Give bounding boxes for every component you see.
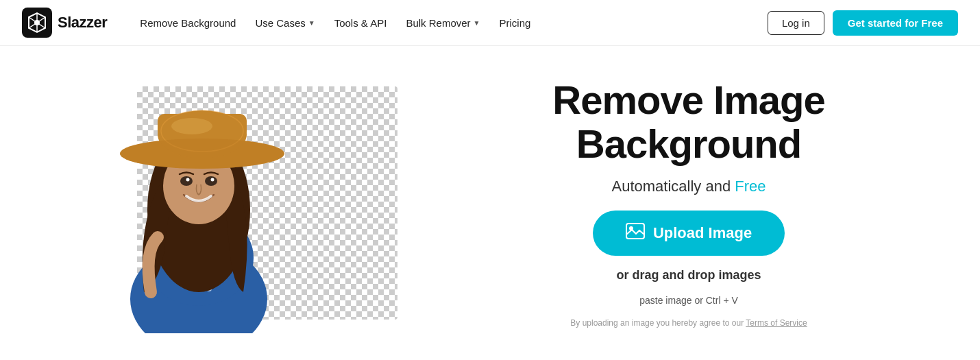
navbar: Slazzer Remove Background Use Cases ▼ To… xyxy=(0,0,980,46)
svg-point-18 xyxy=(211,178,215,182)
hero-subtitle: Automatically and Free xyxy=(611,178,765,195)
person-svg xyxy=(55,73,343,333)
logo-text: Slazzer xyxy=(58,14,107,32)
logo-icon xyxy=(22,8,52,38)
tos-text: By uploading an image you hereby agree t… xyxy=(570,318,807,328)
nav-links: Remove Background Use Cases ▼ Tools & AP… xyxy=(132,12,768,34)
svg-point-24 xyxy=(171,118,212,134)
hero-section: Remove Image Background Automatically an… xyxy=(439,78,939,328)
logo[interactable]: Slazzer xyxy=(22,8,107,38)
person-image xyxy=(55,73,343,333)
terms-of-service-link[interactable]: Terms of Service xyxy=(746,318,807,328)
svg-point-1 xyxy=(34,20,40,25)
nav-bulk-remover[interactable]: Bulk Remover ▼ xyxy=(397,12,488,34)
paste-text: paste image or Ctrl + V xyxy=(639,295,738,306)
upload-image-button[interactable]: Upload Image xyxy=(593,211,785,256)
nav-tools-api[interactable]: Tools & API xyxy=(326,12,395,34)
svg-point-17 xyxy=(186,178,190,182)
svg-rect-25 xyxy=(626,224,644,239)
drag-drop-text: or drag and drop images xyxy=(616,268,761,283)
svg-point-15 xyxy=(180,176,193,186)
use-cases-chevron-icon: ▼ xyxy=(308,19,315,27)
svg-point-16 xyxy=(205,176,217,186)
nav-pricing[interactable]: Pricing xyxy=(491,12,539,34)
bulk-remover-chevron-icon: ▼ xyxy=(474,19,480,27)
free-text: Free xyxy=(735,178,765,195)
svg-point-23 xyxy=(120,139,284,169)
hero-title: Remove Image Background xyxy=(552,78,824,166)
nav-use-cases[interactable]: Use Cases ▼ xyxy=(247,12,323,34)
nav-actions: Log in Get started for Free xyxy=(768,10,958,36)
upload-icon xyxy=(626,223,645,243)
hero-image-section xyxy=(55,73,397,333)
login-button[interactable]: Log in xyxy=(768,11,824,35)
main-content: Remove Image Background Automatically an… xyxy=(0,46,980,360)
nav-remove-background[interactable]: Remove Background xyxy=(132,12,244,34)
get-started-button[interactable]: Get started for Free xyxy=(833,10,958,36)
